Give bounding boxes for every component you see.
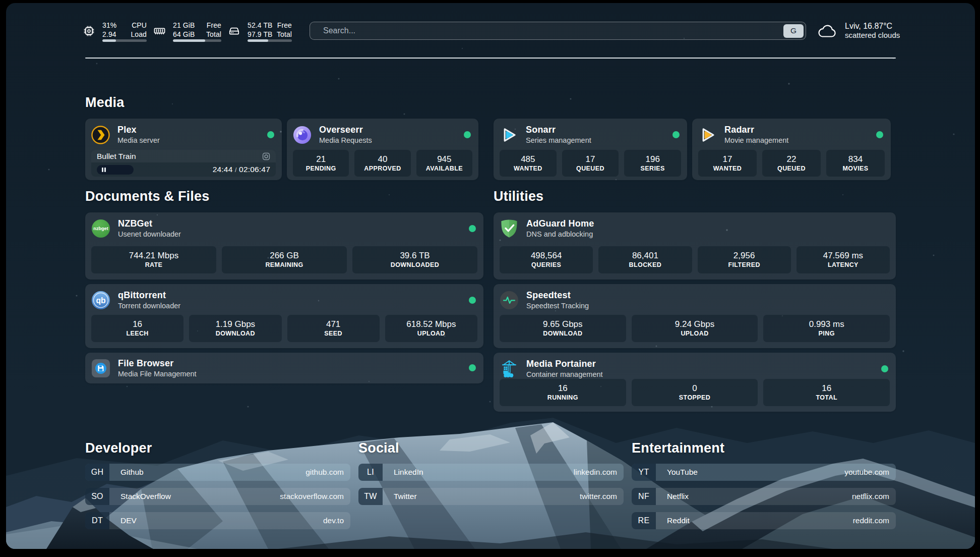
nzbget-stat-remaining: 266 GB REMAINING bbox=[222, 246, 347, 273]
github-url: github.com bbox=[305, 468, 344, 477]
sonarr-stat-wanted: 485 WANTED bbox=[500, 150, 557, 177]
plex-now-playing-title: Bullet Train bbox=[97, 152, 136, 161]
section-utilities-title: Utilities bbox=[494, 189, 896, 204]
search-engine-button[interactable]: G bbox=[783, 24, 804, 38]
card-filebrowser[interactable]: File Browser Media File Management bbox=[85, 353, 483, 383]
bookmark-twitter[interactable]: TW Twitter twitter.com bbox=[358, 488, 624, 505]
portainer-stat-stopped: 0 STOPPED bbox=[632, 379, 758, 406]
netflix-url: netflix.com bbox=[852, 492, 889, 501]
filebrowser-title: File Browser bbox=[118, 358, 197, 369]
youtube-name: YouTube bbox=[667, 468, 698, 477]
adguard-icon bbox=[500, 219, 519, 238]
qbittorrent-stat-upload: 618.52 Mbps UPLOAD bbox=[385, 315, 477, 342]
weather-widget[interactable]: Lviv, 16.87°C scattered clouds bbox=[817, 21, 896, 40]
cpu-progress-track bbox=[102, 39, 147, 42]
bookmark-github[interactable]: GH Github github.com bbox=[85, 464, 350, 481]
memory-progress-fill bbox=[173, 39, 205, 42]
section-developer-title: Developer bbox=[85, 440, 350, 456]
qbittorrent-stat-download: 1.19 Gbps DOWNLOAD bbox=[189, 315, 281, 342]
disk-label-2: Total bbox=[277, 31, 292, 38]
overseerr-stat-available: 945 AVAILABLE bbox=[416, 150, 472, 177]
disk-label-1: Free bbox=[277, 22, 292, 29]
plex-status-dot bbox=[267, 131, 274, 138]
filebrowser-subtitle: Media File Management bbox=[118, 370, 197, 378]
svg-text:nzbget: nzbget bbox=[93, 226, 108, 231]
card-plex[interactable]: Plex Media server Bullet Train bbox=[85, 119, 282, 180]
card-qbittorrent[interactable]: qb qBittorrent Torrent downloader 16 LEE… bbox=[85, 284, 483, 348]
bookmark-netflix[interactable]: NF Netflix netflix.com bbox=[632, 488, 896, 505]
reddit-url: reddit.com bbox=[853, 516, 889, 525]
section-media: Media Plex Media server bbox=[85, 95, 896, 180]
radarr-icon bbox=[698, 126, 717, 144]
reddit-abbr: RE bbox=[632, 512, 656, 529]
nzbget-subtitle: Usenet downloader bbox=[118, 230, 181, 239]
section-media-title: Media bbox=[85, 95, 896, 110]
filebrowser-icon bbox=[91, 359, 110, 378]
adguard-subtitle: DNS and adblocking bbox=[526, 230, 594, 239]
overseerr-title: Overseerr bbox=[319, 125, 372, 135]
stackoverflow-abbr: SO bbox=[85, 488, 109, 505]
plex-subtitle: Media server bbox=[117, 136, 160, 145]
search-input[interactable] bbox=[310, 22, 806, 40]
nzbget-status-dot bbox=[469, 225, 476, 232]
bookmark-stackoverflow[interactable]: SO StackOverflow stackoverflow.com bbox=[85, 488, 350, 505]
sonarr-stat-series: 196 SERIES bbox=[624, 150, 681, 177]
cpu-monitor: 31% CPU 2.94 Load bbox=[83, 20, 147, 42]
bookmark-youtube[interactable]: YT YouTube youtube.com bbox=[632, 464, 896, 481]
top-bar: 31% CPU 2.94 Load bbox=[83, 20, 896, 42]
disk-free: 52.4 TB bbox=[248, 22, 272, 29]
card-portainer[interactable]: Media Portainer Container management 16 … bbox=[494, 353, 896, 412]
bookmark-group-entertainment: Entertainment YT YouTube youtube.com NF … bbox=[632, 440, 896, 536]
card-sonarr[interactable]: Sonarr Series management 485 WANTED 17 Q… bbox=[494, 119, 687, 180]
linkedin-url: linkedin.com bbox=[574, 468, 617, 477]
linkedin-name: LinkedIn bbox=[394, 468, 423, 477]
overseerr-stat-approved: 40 APPROVED bbox=[354, 150, 410, 177]
dev-abbr: DT bbox=[85, 512, 109, 529]
radarr-stat-movies: 834 MOVIES bbox=[826, 150, 885, 177]
search-bar: G bbox=[310, 22, 806, 40]
adguard-stat-latency: 47.569 ms LATENCY bbox=[797, 246, 890, 273]
section-entertainment-title: Entertainment bbox=[632, 440, 896, 456]
qbittorrent-stat-leech: 16 LEECH bbox=[91, 315, 183, 342]
stackoverflow-url: stackoverflow.com bbox=[280, 492, 344, 501]
memory-label-2: Total bbox=[206, 31, 221, 38]
sonarr-icon bbox=[500, 126, 518, 144]
twitter-name: Twitter bbox=[394, 492, 417, 501]
nzbget-icon: nzbget bbox=[91, 219, 110, 238]
radarr-stat-wanted: 17 WANTED bbox=[698, 150, 757, 177]
nzbget-title: NZBGet bbox=[118, 218, 181, 229]
disk-progress-fill bbox=[248, 39, 268, 42]
linkedin-abbr: LI bbox=[358, 464, 383, 481]
portainer-title: Media Portainer bbox=[526, 359, 603, 369]
card-nzbget[interactable]: nzbget NZBGet Usenet downloader 744.21 M… bbox=[85, 212, 483, 280]
plex-title: Plex bbox=[117, 125, 160, 135]
nzbget-stat-downloaded: 39.6 TB DOWNLOADED bbox=[352, 246, 477, 273]
speedtest-title: Speedtest bbox=[526, 290, 589, 301]
card-overseerr[interactable]: Overseerr Media Requests 21 PENDING 40 A… bbox=[287, 119, 478, 180]
netflix-name: Netflix bbox=[667, 492, 689, 501]
memory-total: 64 GiB bbox=[173, 31, 195, 38]
radarr-subtitle: Movie management bbox=[724, 136, 788, 145]
twitter-abbr: TW bbox=[358, 488, 383, 505]
portainer-icon bbox=[500, 359, 519, 378]
sonarr-stat-queued: 17 QUEUED bbox=[562, 150, 619, 177]
pause-icon bbox=[102, 168, 106, 172]
cpu-load: 2.94 bbox=[102, 31, 116, 38]
section-utilities: Utilities AdG bbox=[494, 189, 896, 412]
card-speedtest[interactable]: Speedtest Speedtest Tracking 9.65 Gbps D… bbox=[494, 284, 896, 348]
bookmark-dev[interactable]: DT DEV dev.to bbox=[85, 512, 350, 529]
nzbget-stat-rate: 744.21 Mbps RATE bbox=[91, 246, 216, 273]
portainer-stat-total: 16 TOTAL bbox=[763, 379, 890, 406]
memory-label-1: Free bbox=[207, 22, 221, 29]
plex-pause-button[interactable] bbox=[97, 165, 134, 175]
card-adguard[interactable]: AdGuard Home DNS and adblocking 498,564 … bbox=[494, 212, 896, 280]
section-social-title: Social bbox=[358, 440, 624, 456]
bookmark-linkedin[interactable]: LI LinkedIn linkedin.com bbox=[358, 464, 624, 481]
weather-location-temp: Lviv, 16.87°C bbox=[845, 21, 900, 31]
bookmark-reddit[interactable]: RE Reddit reddit.com bbox=[632, 512, 896, 529]
qbittorrent-icon: qb bbox=[91, 291, 110, 310]
netflix-abbr: NF bbox=[632, 488, 656, 505]
card-radarr[interactable]: Radarr Movie management 17 WANTED 22 QUE… bbox=[692, 119, 891, 180]
dev-url: dev.to bbox=[323, 516, 344, 525]
disk-total: 97.9 TB bbox=[248, 31, 272, 38]
